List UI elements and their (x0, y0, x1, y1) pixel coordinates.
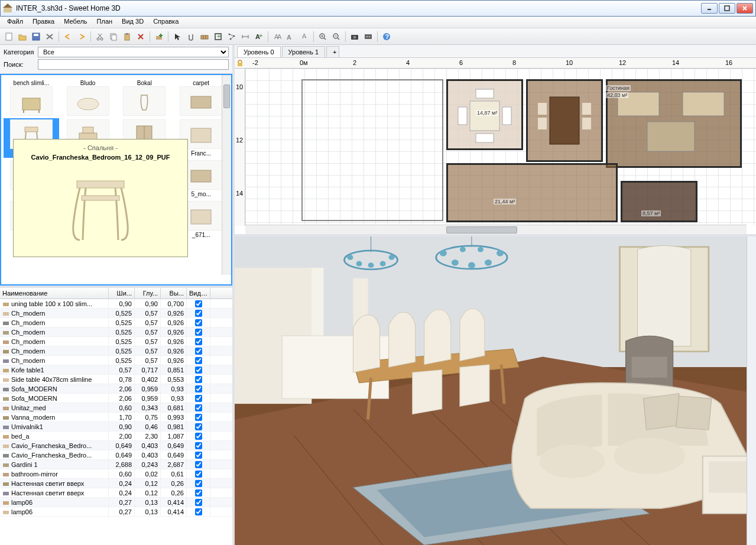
visibility-checkbox[interactable] (195, 414, 202, 421)
menu-help[interactable]: Справка (148, 17, 183, 28)
create-text-icon[interactable]: A+ (252, 30, 265, 43)
table-row[interactable]: Ch_modern0,5250,570,926 (0, 309, 232, 318)
3d-view[interactable] (235, 236, 756, 545)
create-rooms-icon[interactable]: + (212, 30, 225, 43)
visibility-checkbox[interactable] (195, 480, 202, 487)
plan-scrollbar-h[interactable] (245, 225, 747, 234)
zoom-out-icon[interactable] (330, 30, 343, 43)
table-row[interactable]: Kofe table10,570,7170,851 (0, 365, 232, 375)
visibility-checkbox[interactable] (195, 404, 202, 411)
tab-add[interactable]: + (326, 46, 339, 57)
create-photo-icon[interactable] (348, 30, 361, 43)
menu-furniture[interactable]: Мебель (59, 17, 92, 28)
save-icon[interactable] (30, 30, 43, 43)
col-depth-header[interactable]: Глу... (135, 288, 161, 299)
create-walls-icon[interactable] (198, 30, 211, 43)
menu-file[interactable]: Файл (2, 17, 28, 28)
table-row[interactable]: bathroom-mirror0,600,020,61 (0, 469, 232, 479)
decrease-text-icon[interactable]: A (298, 30, 311, 43)
text-bold-icon[interactable]: AA (271, 30, 284, 43)
help-icon[interactable]: ? (380, 30, 393, 43)
new-icon[interactable] (2, 30, 15, 43)
zoom-in-icon[interactable] (316, 30, 329, 43)
visibility-checkbox[interactable] (195, 319, 202, 326)
category-select[interactable]: Все (38, 47, 229, 57)
tab-level-1[interactable]: Уровень 1 (282, 46, 326, 57)
menu-plan[interactable]: План (92, 17, 118, 28)
visibility-checkbox[interactable] (195, 508, 202, 515)
table-row[interactable]: Cavio_Francheska_Bedro...0,6490,4030,649 (0, 450, 232, 460)
tab-level-0[interactable]: Уровень 0 (237, 46, 281, 57)
visibility-checkbox[interactable] (195, 489, 202, 497)
catalog-item[interactable]: carpet (173, 77, 229, 117)
table-row[interactable]: Cavio_Francheska_Bedro...0,6490,4030,649 (0, 441, 232, 450)
table-row[interactable]: Ch_modern0,5250,570,926 (0, 346, 232, 356)
increase-text-icon[interactable]: A (284, 30, 297, 43)
maximize-button[interactable] (719, 3, 735, 14)
table-row[interactable]: bed_a2,002,301,087 (0, 432, 232, 441)
col-width-header[interactable]: Ши... (109, 288, 135, 299)
col-name-header[interactable]: Наименование (0, 288, 109, 299)
table-row[interactable]: Ch_modern0,5250,570,926 (0, 356, 232, 365)
visibility-checkbox[interactable] (195, 329, 202, 336)
col-height-header[interactable]: Вы... (161, 288, 187, 299)
open-icon[interactable] (16, 30, 29, 43)
table-row[interactable]: Ch_modern0,5250,570,926 (0, 337, 232, 346)
close-button[interactable] (736, 3, 753, 14)
preferences-icon[interactable] (43, 30, 56, 43)
create-polyline-icon[interactable] (225, 30, 238, 43)
search-input[interactable] (38, 59, 229, 70)
table-row[interactable]: Sofa_MODERN2,060,9590,93 (0, 394, 232, 403)
table-row[interactable]: Side table 40x78cm slimline0,780,4020,55… (0, 375, 232, 384)
table-row[interactable]: Настенная светит вверх0,240,120,26 (0, 479, 232, 488)
table-row[interactable]: Ch_modern0,5250,570,926 (0, 327, 232, 337)
catalog-item[interactable]: Bludo (60, 77, 116, 117)
table-row[interactable]: Настенная светит вверх0,240,120,26 (0, 488, 232, 498)
table-row[interactable]: Unitaz_med0,600,3430,681 (0, 403, 232, 413)
table-row[interactable]: Gardini 12,6880,2432,687 (0, 460, 232, 469)
catalog-item[interactable]: bench slimli... (4, 77, 59, 117)
visibility-checkbox[interactable] (195, 433, 202, 440)
visibility-checkbox[interactable] (195, 338, 202, 345)
catalog-scrollbar[interactable] (222, 75, 231, 275)
add-furniture-icon[interactable] (153, 30, 166, 43)
lock-icon[interactable] (235, 59, 245, 68)
table-row[interactable]: uning table 100 x 100 slim...0,900,900,7… (0, 299, 232, 309)
cut-icon[interactable] (93, 30, 106, 43)
visibility-checkbox[interactable] (195, 442, 202, 449)
menu-3dview[interactable]: Вид 3D (117, 17, 148, 28)
create-dimensions-icon[interactable] (239, 30, 252, 43)
visibility-checkbox[interactable] (195, 452, 202, 459)
table-row[interactable]: Ch_modern0,5250,570,926 (0, 318, 232, 327)
table-row[interactable]: Vanna_modern1,700,750,993 (0, 413, 232, 422)
visibility-checkbox[interactable] (195, 300, 202, 307)
visibility-checkbox[interactable] (195, 471, 202, 478)
minimize-button[interactable] (701, 3, 718, 14)
menu-edit[interactable]: Правка (28, 17, 59, 28)
pan-icon[interactable] (184, 30, 197, 43)
visibility-checkbox[interactable] (195, 385, 202, 392)
visibility-checkbox[interactable] (195, 461, 202, 468)
3d-scrollbar-v[interactable] (747, 236, 756, 545)
col-visible-header[interactable]: Види... (187, 288, 210, 299)
visibility-checkbox[interactable] (195, 423, 202, 430)
visibility-checkbox[interactable] (195, 348, 202, 355)
redo-icon[interactable] (75, 30, 88, 43)
undo-icon[interactable] (61, 30, 74, 43)
visibility-checkbox[interactable] (195, 499, 202, 506)
paste-icon[interactable] (121, 30, 134, 43)
visibility-checkbox[interactable] (195, 395, 202, 402)
table-row[interactable]: Umivalnik10,900,460,981 (0, 422, 232, 432)
table-row[interactable]: lamp060,270,130,414 (0, 498, 232, 507)
table-row[interactable]: Sofa_MODERN2,060,9590,93 (0, 384, 232, 394)
visibility-checkbox[interactable] (195, 310, 202, 317)
catalog-item[interactable]: Bokal (117, 77, 173, 117)
delete-icon[interactable] (134, 30, 147, 43)
select-icon[interactable] (171, 30, 184, 43)
plan-canvas[interactable]: 14,87 м²Гостиная42,03 м²21,44 м²8,57 м² (245, 69, 756, 226)
visibility-checkbox[interactable] (195, 357, 202, 364)
table-row[interactable]: lamp060,270,130,414 (0, 507, 232, 517)
create-video-icon[interactable] (362, 30, 375, 43)
visibility-checkbox[interactable] (195, 376, 202, 383)
copy-icon[interactable] (107, 30, 120, 43)
